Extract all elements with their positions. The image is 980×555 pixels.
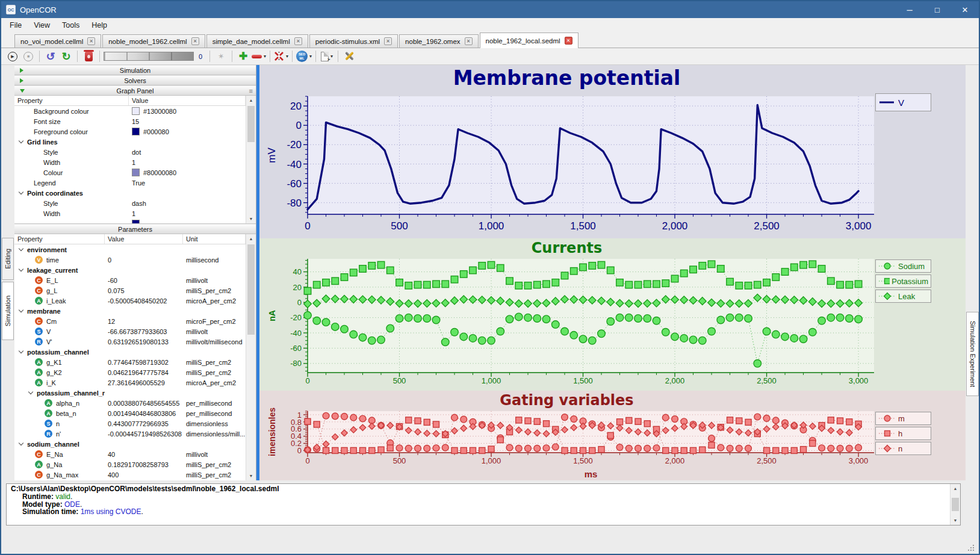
reset-view-button[interactable]: ▾ [274,49,288,64]
property-row[interactable]: Colour#80000080 [14,167,246,178]
parameter-value[interactable]: -60 [105,277,183,284]
parameter-value[interactable]: 0.631926519080133 [105,338,183,346]
run-button[interactable]: ▶ [5,49,20,64]
chart-panel-currents[interactable]: Currents40200-20-40-60-8005001,0001,5002… [259,238,966,391]
property-row[interactable] [14,219,246,223]
scroll-up-icon[interactable]: ▲ [246,234,256,243]
console-scrollbar[interactable]: ▲ ▼ [950,484,960,525]
properties-scrollbar[interactable]: ▲ ▼ [246,96,256,223]
scroll-up-icon[interactable]: ▲ [951,484,960,493]
property-value[interactable]: #80000080 [129,169,246,176]
view-tab-simulation-experiment[interactable]: Simulation Experiment [966,312,979,396]
property-value[interactable]: 1 [129,159,246,166]
close-button[interactable]: ✕ [951,1,979,18]
expanded-chevron-icon[interactable] [19,349,23,353]
legend-item-n[interactable]: n [875,442,931,455]
legend-item-m[interactable]: m [875,412,931,425]
property-value[interactable]: dash [129,200,246,207]
parameter-value[interactable]: 0 [105,256,183,264]
menu-icon[interactable]: ≡ [249,87,253,95]
tab-noble_model_1962.cellml[interactable]: noble_model_1962.cellml✕ [102,34,205,48]
sedml-export-button[interactable]: SEDML ▾ [296,49,312,64]
parameter-row[interactable]: Ag_K10.774647598719302milliS_per_cm2 [14,357,246,367]
tab-close-icon[interactable]: ✕ [191,37,199,45]
parameter-value[interactable]: 0.443007772966935 [105,420,183,427]
property-row[interactable]: Foreground colour#000080 [14,126,246,137]
parameter-row[interactable]: Sn0.443007772966935dimensionless [14,418,246,429]
expanded-chevron-icon[interactable] [19,138,23,143]
tab-close-icon[interactable]: ✕ [465,37,473,45]
scrollbar-thumb[interactable] [247,244,255,335]
tab-close-icon[interactable]: ✕ [294,37,302,45]
property-row[interactable]: Background colour#13000080 [14,106,246,116]
titlebar[interactable]: OC OpenCOR ─ □ ✕ [1,1,979,18]
tab-noble_1962.omex[interactable]: noble_1962.omex✕ [399,34,478,48]
parameter-value[interactable]: 400 [105,471,183,479]
section-solvers[interactable]: Solvers [14,75,256,85]
legend-item-V[interactable]: V [875,93,931,111]
property-value[interactable]: 1 [129,210,246,217]
section-graph-panel[interactable]: Graph Panel ≡ [14,85,256,96]
expanded-chevron-icon[interactable] [19,441,23,445]
parameter-row[interactable]: Rn'-0.000445719498526308dimensionless/mi… [14,429,246,439]
parameter-value[interactable]: -0.000445719498526308 [105,430,183,438]
chart-panel-gating-variables[interactable]: Gating variables10.80.60.40.2005001,0001… [259,391,966,480]
parameter-row[interactable]: membrane [14,306,246,316]
property-value[interactable]: 15 [129,118,246,125]
parameter-value[interactable]: 0.774647598719302 [105,359,183,366]
expanded-chevron-icon[interactable] [19,308,23,312]
tab-close-icon[interactable]: ✕ [565,37,572,45]
parameter-value[interactable]: 0.182917008258793 [105,461,183,468]
property-row[interactable]: Styledot [14,147,246,157]
menu-tools[interactable]: Tools [56,19,85,31]
menu-file[interactable]: File [4,19,28,31]
scroll-down-icon[interactable]: ▼ [246,214,256,223]
parameter-row[interactable]: Vtime0millisecond [14,255,246,265]
mode-tab-simulation[interactable]: Simulation [2,282,14,340]
expanded-chevron-icon[interactable] [19,246,23,251]
parameter-row[interactable]: CE_L-60millivolt [14,275,246,285]
stop-button[interactable]: ■ [21,49,36,64]
parameter-value[interactable]: 0.00149404846803806 [105,410,183,417]
property-row[interactable]: LegendTrue [14,178,246,188]
parameter-row[interactable]: Ai_K27.3616496005529microA_per_cm2 [14,377,246,388]
mode-tab-editing[interactable]: Editing [2,238,14,280]
property-row[interactable]: Styledash [14,198,246,208]
minimize-button[interactable]: ─ [896,1,923,18]
reload-button[interactable]: ↻ [59,49,73,64]
parameter-value[interactable]: 40 [105,451,183,458]
clear-results-button[interactable] [81,49,96,64]
expanded-chevron-icon[interactable] [19,267,23,271]
property-row[interactable]: Width1 [14,208,246,219]
parameter-row[interactable]: environment [14,244,246,255]
development-mode-button[interactable]: ✶ [214,49,228,64]
tab-no_voi_model.cellml[interactable]: no_voi_model.cellml✕ [14,34,101,48]
parameter-row[interactable]: leakage_current [14,265,246,275]
parameter-value[interactable]: 0.046219647775784 [105,369,183,376]
property-row[interactable]: Width1 [14,157,246,167]
tab-periodic-stimulus.xml[interactable]: periodic-stimulus.xml✕ [309,34,398,48]
parameter-row[interactable]: Cg_Na_max400milliS_per_cm2 [14,470,246,480]
parameter-row[interactable]: RV'0.631926519080133millivolt/millisecon… [14,336,246,347]
scroll-up-icon[interactable]: ▲ [246,96,256,105]
add-graph-panel-button[interactable]: ✚ [236,49,250,64]
parameter-value[interactable]: 0.000388076485654555 [105,400,183,407]
property-value[interactable] [129,220,246,223]
parameter-value[interactable]: 27.3616496005529 [105,379,183,386]
section-parameters[interactable]: Parameters [14,224,256,234]
resize-grip[interactable] [967,544,975,551]
property-value[interactable]: True [129,179,246,187]
property-value[interactable]: #13000080 [129,107,246,115]
parameter-value[interactable]: -66.6673877933603 [105,328,183,335]
parameter-row[interactable]: Ai_Leak-0.50005408450202microA_per_cm2 [14,296,246,306]
parameter-row[interactable]: sodium_channel [14,439,246,449]
legend-item-Potassium[interactable]: Potassium [875,274,931,288]
scrollbar-thumb[interactable] [952,498,959,511]
tab-close-icon[interactable]: ✕ [384,37,392,45]
property-value[interactable]: #000080 [129,128,246,135]
parameter-row[interactable]: Cg_L0.075milliS_per_cm2 [14,285,246,296]
parameter-row[interactable]: potassium_channel_n_gate [14,388,246,398]
parameter-value[interactable]: 0.075 [105,287,183,294]
menu-view[interactable]: View [28,19,56,31]
legend-item-Sodium[interactable]: Sodium [875,259,931,273]
